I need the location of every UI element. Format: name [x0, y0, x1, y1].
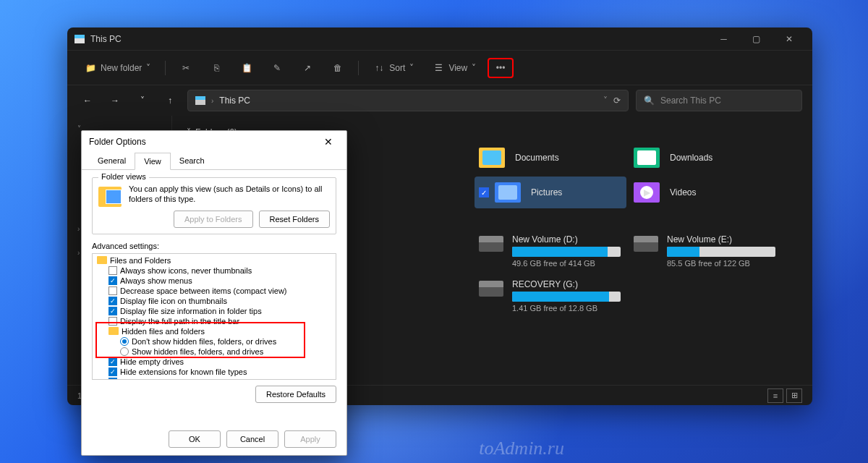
tab-search[interactable]: Search: [171, 153, 213, 169]
refresh-button[interactable]: ⟳: [613, 95, 621, 106]
tree-hide-ext[interactable]: ✓Hide extensions for known file types: [94, 367, 334, 377]
tree-label: Don't show hidden files, folders, or dri…: [132, 337, 276, 346]
view-icon: ☰: [433, 62, 444, 74]
drive-item-e[interactable]: New Volume (E:) 85.5 GB free of 122 GB: [629, 230, 781, 272]
folder-item-pictures[interactable]: ✓ Pictures: [475, 177, 626, 208]
checkbox-icon[interactable]: ✓: [479, 187, 489, 197]
cut-button[interactable]: ✂: [173, 58, 199, 78]
restore-defaults-button[interactable]: Restore Defaults: [255, 386, 336, 403]
sort-icon: ↑↓: [373, 62, 385, 74]
dialog-footer: OK Cancel Apply: [169, 430, 336, 448]
recent-button[interactable]: ˅: [132, 90, 153, 111]
search-icon: 🔍: [644, 95, 655, 106]
tree-label: Hide empty drives: [120, 357, 184, 366]
titlebar[interactable]: This PC ─ ▢ ✕: [67, 27, 812, 51]
pictures-folder-icon: [495, 181, 522, 204]
drive-name: New Volume (E:): [667, 234, 777, 245]
tree-display-file-icon[interactable]: ✓Display file icon on thumbnails: [94, 296, 334, 306]
back-button[interactable]: ←: [77, 90, 98, 111]
more-button[interactable]: •••: [488, 58, 514, 78]
checkbox-icon[interactable]: ✓: [109, 368, 117, 376]
tree-hide-merge[interactable]: ✓Hide folder merge conflicts: [94, 377, 334, 380]
radio-icon[interactable]: [120, 347, 129, 356]
drive-bar: [512, 247, 621, 257]
tree-always-menus[interactable]: ✓Always show menus: [94, 276, 334, 286]
ok-button[interactable]: OK: [169, 430, 221, 448]
search-input[interactable]: 🔍 Search This PC: [636, 90, 802, 111]
videos-folder-icon: ▶: [634, 181, 661, 204]
checkbox-icon[interactable]: [109, 286, 117, 295]
chevron-down-icon[interactable]: ˅: [603, 95, 608, 106]
drive-item-d[interactable]: New Volume (D:) 49.6 GB free of 414 GB: [475, 230, 626, 272]
close-button[interactable]: ✕: [773, 29, 805, 49]
tree-hide-empty[interactable]: ✓Hide empty drives: [94, 357, 334, 367]
dialog-titlebar[interactable]: Folder Options ✕: [82, 131, 346, 153]
copy-button[interactable]: ⎘: [203, 58, 229, 78]
drive-bar: [667, 247, 775, 257]
tree-label: Display file icon on thumbnails: [120, 297, 227, 305]
rename-button[interactable]: ✎: [264, 58, 290, 78]
apply-button[interactable]: Apply: [284, 430, 336, 448]
checkbox-icon[interactable]: [109, 317, 117, 326]
tree-display-size[interactable]: ✓Display file size information in folder…: [94, 306, 334, 316]
delete-icon: 🗑: [332, 62, 344, 74]
checkbox-icon[interactable]: ✓: [109, 307, 117, 315]
drive-info: RECOVERY (G:) 1.41 GB free of 12.8 GB: [512, 279, 622, 313]
drive-icon: [479, 236, 503, 252]
more-icon: •••: [495, 62, 506, 74]
tab-view[interactable]: View: [135, 153, 171, 170]
folder-item-downloads[interactable]: Downloads: [629, 142, 781, 174]
maximize-button[interactable]: ▢: [740, 29, 773, 49]
tree-dont-show-hidden[interactable]: Don't show hidden files, folders, or dri…: [94, 336, 334, 347]
tree-decrease-space[interactable]: Decrease space between items (compact vi…: [94, 286, 334, 296]
new-folder-label: New folder: [101, 63, 142, 73]
checkbox-icon[interactable]: ✓: [109, 378, 117, 380]
folder-views-buttons: Apply to Folders Reset Folders: [129, 211, 330, 228]
cancel-button[interactable]: Cancel: [226, 430, 278, 448]
sort-button[interactable]: ↑↓ Sort ˅: [366, 58, 421, 78]
folder-views-icon: [98, 187, 122, 207]
up-button[interactable]: ↑: [160, 90, 180, 111]
apply-to-folders-button[interactable]: Apply to Folders: [174, 211, 252, 228]
address-bar[interactable]: › This PC ˅ ⟳: [187, 90, 629, 111]
checkbox-icon[interactable]: [109, 266, 117, 275]
radio-icon[interactable]: [120, 337, 129, 346]
checkbox-icon[interactable]: ✓: [109, 297, 117, 305]
grid-view-button[interactable]: ⊞: [786, 388, 802, 403]
advanced-settings-tree[interactable]: Files and Folders Always show icons, nev…: [92, 253, 336, 380]
reset-folders-button[interactable]: Reset Folders: [259, 211, 330, 228]
tree-label: Display file size information in folder …: [120, 307, 262, 315]
tree-label: Hidden files and folders: [122, 327, 205, 336]
paste-button[interactable]: 📋: [234, 58, 260, 78]
drive-free-text: 85.5 GB free of 122 GB: [667, 259, 777, 268]
drive-item-g[interactable]: RECOVERY (G:) 1.41 GB free of 12.8 GB: [475, 275, 626, 317]
checkbox-icon[interactable]: ✓: [109, 276, 117, 285]
tab-general[interactable]: General: [89, 153, 135, 169]
tree-show-hidden[interactable]: Show hidden files, folders, and drives: [94, 347, 334, 357]
forward-button[interactable]: →: [105, 90, 125, 111]
tree-hidden-folder[interactable]: Hidden files and folders: [94, 326, 334, 336]
new-folder-button[interactable]: 📁 New folder ˅: [77, 58, 158, 78]
folder-item-videos[interactable]: ▶ Videos: [629, 177, 781, 208]
tree-label: Hide extensions for known file types: [120, 368, 247, 376]
tree-display-full-path[interactable]: Display the full path in the title bar: [94, 316, 334, 326]
folder-icon: [109, 327, 119, 335]
minimize-button[interactable]: ─: [707, 29, 740, 49]
dialog-tabs: General View Search: [82, 153, 346, 170]
list-view-button[interactable]: ≡: [767, 388, 783, 403]
delete-button[interactable]: 🗑: [325, 58, 351, 78]
chevron-right-icon: ›: [73, 249, 80, 257]
checkbox-icon[interactable]: ✓: [109, 357, 117, 366]
view-button[interactable]: ☰ View ˅: [425, 58, 483, 78]
dialog-close-button[interactable]: ✕: [318, 136, 339, 148]
dialog-title: Folder Options: [89, 137, 146, 147]
share-button[interactable]: ↗: [294, 58, 320, 78]
folder-item-documents[interactable]: Documents: [475, 142, 626, 174]
address-path: This PC: [219, 95, 597, 106]
folder-label: Pictures: [531, 187, 562, 197]
folder-views-group: Folder views You can apply this view (su…: [92, 177, 336, 234]
advanced-settings-label: Advanced settings:: [92, 242, 336, 250]
tree-files-folders[interactable]: Files and Folders: [94, 255, 334, 266]
tree-always-icons[interactable]: Always show icons, never thumbnails: [94, 266, 334, 276]
view-mode-buttons: ≡ ⊞: [767, 388, 802, 403]
